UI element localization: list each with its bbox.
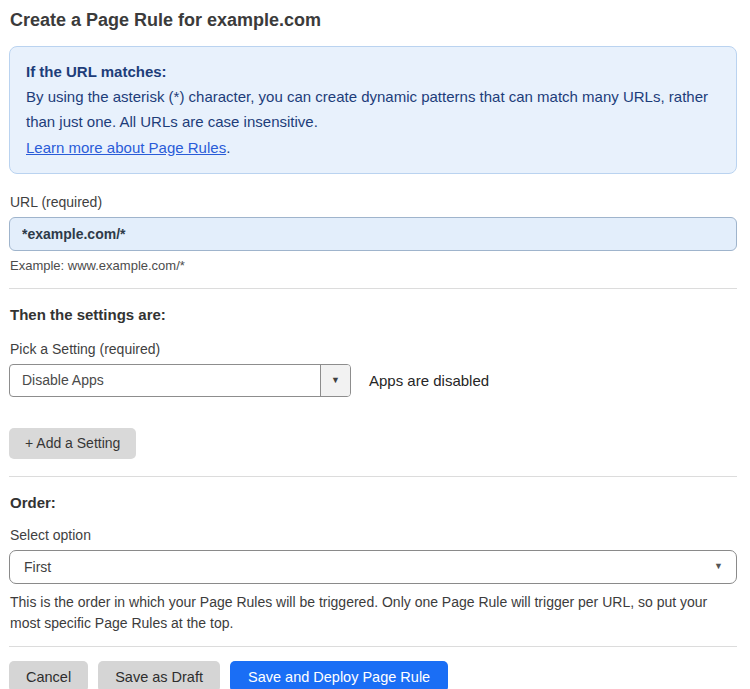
cancel-button[interactable]: Cancel [9,661,88,689]
setting-dropdown-button[interactable]: ▼ [320,365,350,396]
url-field-label: URL (required) [10,194,737,210]
caret-down-icon: ▼ [714,562,723,571]
order-helper-text: This is the order in which your Page Rul… [10,592,730,635]
url-match-info-box: If the URL matches: By using the asteris… [9,46,737,174]
order-section-heading: Order: [10,494,737,511]
page-rule-form: Create a Page Rule for example.com If th… [0,0,750,689]
order-select[interactable]: First ▼ [9,550,737,584]
pick-setting-label: Pick a Setting (required) [10,341,737,357]
info-box-heading: If the URL matches: [26,59,720,84]
learn-more-link[interactable]: Learn more about Page Rules [26,139,226,156]
order-select-value: First [24,559,51,575]
caret-down-icon: ▼ [331,376,340,385]
save-and-deploy-button[interactable]: Save and Deploy Page Rule [230,661,448,689]
url-input[interactable] [9,217,737,251]
divider [9,476,737,477]
page-title: Create a Page Rule for example.com [10,10,737,31]
link-suffix: . [226,139,230,156]
setting-dropdown[interactable]: Disable Apps ▼ [9,364,351,397]
add-setting-button[interactable]: + Add a Setting [9,428,136,459]
setting-row: Disable Apps ▼ Apps are disabled [9,364,737,397]
setting-dropdown-value: Disable Apps [10,365,320,396]
info-box-body: By using the asterisk (*) character, you… [26,84,720,160]
save-as-draft-button[interactable]: Save as Draft [98,661,220,689]
divider [9,288,737,289]
setting-status-text: Apps are disabled [369,372,489,389]
url-field-helper: Example: www.example.com/* [10,258,737,273]
footer-actions: Cancel Save as Draft Save and Deploy Pag… [9,661,737,689]
info-box-body-text: By using the asterisk (*) character, you… [26,88,708,130]
divider [9,646,737,647]
settings-section-heading: Then the settings are: [10,306,737,323]
order-select-label: Select option [10,527,737,543]
